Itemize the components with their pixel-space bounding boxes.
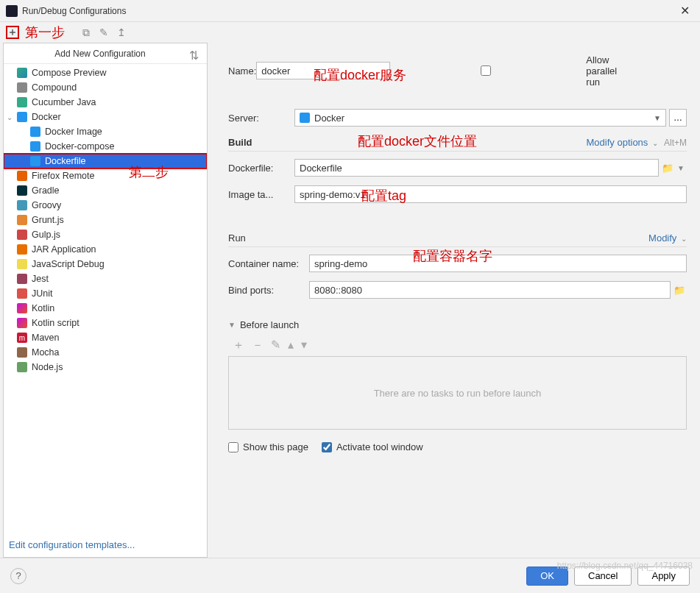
add-task-button[interactable]: ＋ <box>233 338 244 353</box>
tree-item-node-js[interactable]: Node.js <box>4 360 207 374</box>
tree-item-compose-preview[interactable]: Compose Preview <box>4 65 207 80</box>
folder-icon[interactable]: 📁 <box>674 285 687 296</box>
tree-item-grunt-js[interactable]: Grunt.js <box>4 213 207 227</box>
run-section: Run Modify ⌄ <box>228 232 687 247</box>
tree-item-label: Dockerfile <box>45 156 86 166</box>
name-label: Name: <box>228 65 256 77</box>
tree-item-gradle[interactable]: Gradle <box>4 183 207 198</box>
folder-icon[interactable]: 📁 <box>662 163 675 174</box>
window-title: Run/Debug Configurations <box>22 6 676 16</box>
tree-item-label: Mocha <box>32 347 60 358</box>
sidebar-header-label: Add New Configuration <box>11 49 189 59</box>
image-tag-input[interactable] <box>294 185 687 203</box>
docker-icon <box>300 113 310 123</box>
tree-item-dockerfile[interactable]: Dockerfile <box>4 154 207 168</box>
server-browse-button[interactable]: … <box>669 109 687 127</box>
tree-item-docker[interactable]: ⌄Docker <box>4 110 207 124</box>
filter-icon[interactable]: ⇅ <box>189 49 199 59</box>
icon-jsdebug <box>17 259 27 269</box>
titlebar: Run/Debug Configurations ✕ <box>0 0 700 22</box>
tree-item-label: JAR Application <box>32 244 96 255</box>
tree-item-label: Firefox Remote <box>32 171 94 181</box>
container-name-input[interactable] <box>309 255 687 272</box>
tree-item-label: Gradle <box>32 185 60 196</box>
annotation-step2: 第二步 <box>129 163 169 181</box>
image-tag-label: Image ta... <box>228 189 294 200</box>
build-modify-options[interactable]: Modify options ⌄ <box>587 137 658 148</box>
tree-item-label: Groovy <box>32 200 61 210</box>
tree-item-kotlin[interactable]: Kotlin <box>4 301 207 316</box>
tree-item-jar-application[interactable]: JAR Application <box>4 242 207 257</box>
tree-item-cucumber-java[interactable]: Cucumber Java <box>4 95 207 110</box>
tree-item-maven[interactable]: mMaven <box>4 330 207 345</box>
tree-item-junit[interactable]: JUnit <box>4 286 207 301</box>
tree-item-firefox-remote[interactable]: Firefox Remote <box>4 168 207 183</box>
move-down-button: ▾ <box>301 338 307 353</box>
before-launch-section: ▼Before launch ＋ － ✎ ▴ ▾ There are no ta… <box>228 319 687 452</box>
icon-jest <box>17 274 27 284</box>
move-up-button: ▴ <box>288 338 294 353</box>
name-input[interactable] <box>256 62 390 79</box>
icon-gulp <box>17 230 27 240</box>
tree-item-javascript-debug[interactable]: JavaScript Debug <box>4 257 207 271</box>
dockerfile-label: Dockerfile: <box>228 163 294 174</box>
tree-item-compound[interactable]: Compound <box>4 80 207 95</box>
tree-item-label: Node.js <box>32 362 63 372</box>
tree-item-groovy[interactable]: Groovy <box>4 198 207 213</box>
tree-item-label: Compose Preview <box>32 68 106 78</box>
help-button[interactable]: ? <box>10 568 26 584</box>
allow-parallel-check[interactable]: Allow parallel run <box>390 49 617 93</box>
tree-item-mocha[interactable]: Mocha <box>4 345 207 360</box>
dockerfile-input[interactable] <box>294 159 659 177</box>
watermark: https://blog.csdn.net/qq_44716038 <box>557 561 693 571</box>
icon-maven: m <box>17 333 27 343</box>
move-up-button[interactable]: ↥ <box>115 26 128 39</box>
sidebar: Add New Configuration ⇅ Compose PreviewC… <box>3 43 208 558</box>
icon-groovy <box>17 200 27 210</box>
tree-item-label: Jest <box>32 274 49 284</box>
close-button[interactable]: ✕ <box>676 2 694 19</box>
edit-templates-link[interactable]: Edit configuration templates... <box>9 539 135 550</box>
tree-item-label: Docker-compose <box>45 141 114 152</box>
annotation-step1: 第一步 <box>25 24 65 41</box>
toolbar: ＋ － 第一步 ⧉ ✎ ↥ <box>0 22 700 43</box>
build-section: Build Modify options ⌄ Alt+M <box>228 137 687 152</box>
icon-docker <box>30 156 40 166</box>
sidebar-header: Add New Configuration ⇅ <box>4 43 207 64</box>
tree-item-docker-compose[interactable]: Docker-compose <box>4 139 207 154</box>
icon-docker <box>17 112 27 122</box>
show-page-check[interactable]: Show this page <box>228 441 308 452</box>
container-name-label: Container name: <box>228 258 309 269</box>
icon-kotlin <box>17 303 27 313</box>
icon-gradle <box>17 185 27 196</box>
tree-item-docker-image[interactable]: Docker Image <box>4 124 207 139</box>
server-select[interactable]: Docker ▼ <box>294 109 666 127</box>
tree-item-label: Grunt.js <box>32 215 64 225</box>
collapse-icon[interactable]: ▼ <box>228 321 236 329</box>
content-panel: 配置docker服务 配置docker文件位置 配置tag 配置容器名字 Nam… <box>211 43 700 558</box>
chevron-down-icon: ▼ <box>654 114 661 122</box>
tree-item-label: Gulp.js <box>32 230 60 240</box>
tree-item-label: JUnit <box>32 288 52 299</box>
bind-ports-input[interactable] <box>309 281 671 299</box>
chevron-down-icon[interactable]: ▼ <box>675 164 687 172</box>
icon-compose <box>17 68 27 78</box>
icon-cucumber <box>17 97 27 107</box>
app-icon <box>6 5 18 17</box>
add-config-button[interactable]: ＋ <box>6 26 19 39</box>
icon-kotlin <box>17 318 27 328</box>
tree-item-gulp-js[interactable]: Gulp.js <box>4 227 207 242</box>
store-as-file-check[interactable]: Store as project file <box>630 49 700 93</box>
tree-item-label: JavaScript Debug <box>32 259 105 269</box>
run-modify-options[interactable]: Modify ⌄ <box>648 232 687 244</box>
edit-task-button: ✎ <box>271 338 280 353</box>
tree-item-kotlin-script[interactable]: Kotlin script <box>4 316 207 330</box>
tree-item-jest[interactable]: Jest <box>4 271 207 286</box>
edit-config-button[interactable]: ✎ <box>97 26 110 39</box>
tree-item-label: Maven <box>32 333 60 343</box>
tree-item-label: Kotlin <box>32 303 54 313</box>
copy-config-button[interactable]: ⧉ <box>79 26 93 39</box>
activate-window-check[interactable]: Activate tool window <box>322 441 423 452</box>
tree-item-label: Kotlin script <box>32 318 79 328</box>
icon-grunt <box>17 215 27 225</box>
